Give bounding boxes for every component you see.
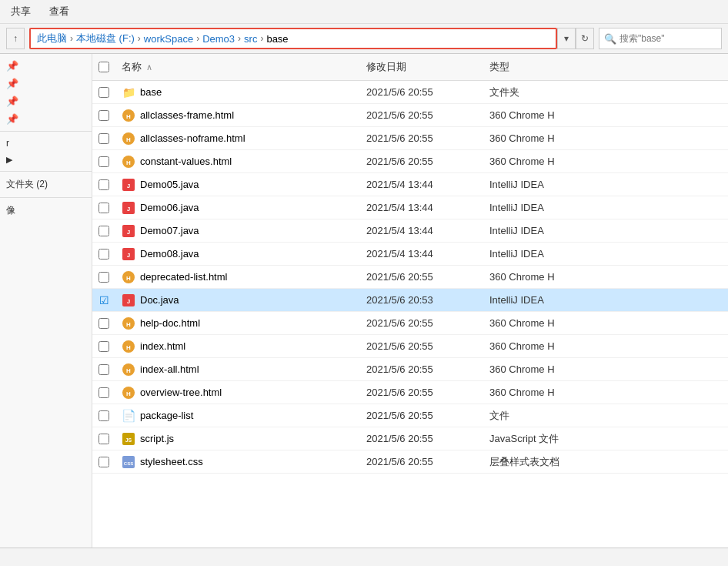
row-checkbox-input[interactable] bbox=[99, 364, 109, 375]
row-date: 2021/5/4 13:44 bbox=[360, 245, 483, 263]
table-row[interactable]: H allclasses-frame.html 2021/5/6 20:55 3… bbox=[92, 104, 728, 127]
table-row[interactable]: 📄 package-list 2021/5/6 20:55 文件 bbox=[92, 404, 728, 427]
row-type: IntelliJ IDEA bbox=[483, 291, 728, 309]
svg-text:H: H bbox=[126, 159, 131, 166]
sidebar-item-r[interactable]: r bbox=[0, 135, 92, 152]
row-checkbox-cell bbox=[92, 430, 115, 447]
row-name-label: allclasses-frame.html bbox=[140, 109, 234, 121]
search-box[interactable]: 🔍 bbox=[599, 28, 722, 49]
row-checkbox-input[interactable] bbox=[99, 110, 109, 121]
address-refresh-button[interactable]: ↻ bbox=[576, 28, 594, 49]
search-icon: 🔍 bbox=[604, 33, 616, 45]
breadcrumb-sep-2: › bbox=[138, 33, 141, 44]
row-checkbox-input[interactable] bbox=[99, 156, 109, 167]
row-name-label: index-all.html bbox=[140, 363, 199, 375]
row-name-label: Demo05.java bbox=[140, 179, 199, 190]
sidebar-item-2[interactable]: 📌 bbox=[0, 75, 92, 92]
breadcrumb-item-drive[interactable]: 本地磁盘 (F:) bbox=[76, 32, 135, 45]
table-row[interactable]: H help-doc.html 2021/5/6 20:55 360 Chrom… bbox=[92, 312, 728, 335]
table-row[interactable]: H index-all.html 2021/5/6 20:55 360 Chro… bbox=[92, 358, 728, 381]
row-checkbox-input[interactable] bbox=[99, 133, 109, 144]
table-row[interactable]: H constant-values.html 2021/5/6 20:55 36… bbox=[92, 150, 728, 173]
row-name: CSS stylesheet.css bbox=[115, 452, 360, 472]
row-checkbox-input[interactable] bbox=[99, 410, 109, 421]
row-type: IntelliJ IDEA bbox=[483, 199, 728, 216]
row-name: 📁 base bbox=[115, 82, 360, 102]
row-checkbox-cell bbox=[92, 246, 115, 263]
java-icon: J bbox=[122, 247, 135, 261]
table-row[interactable]: H overview-tree.html 2021/5/6 20:55 360 … bbox=[92, 381, 728, 404]
row-checkbox-input[interactable] bbox=[99, 341, 109, 352]
header-checkbox-input[interactable] bbox=[99, 62, 109, 72]
header-date[interactable]: 修改日期 bbox=[360, 57, 483, 77]
share-button[interactable]: 共享 bbox=[6, 3, 35, 20]
svg-text:H: H bbox=[126, 136, 131, 143]
html-icon: H bbox=[122, 270, 135, 284]
sidebar-divider-2 bbox=[0, 171, 92, 172]
pin-icon-3: 📌 bbox=[6, 95, 18, 107]
row-date: 2021/5/6 20:55 bbox=[360, 383, 483, 401]
header-checkbox[interactable] bbox=[92, 59, 115, 75]
breadcrumb-item-computer[interactable]: 此电脑 bbox=[37, 32, 67, 45]
row-checkbox-input[interactable] bbox=[99, 203, 109, 213]
breadcrumb-item-workspace[interactable]: workSpace bbox=[144, 33, 193, 45]
nav-up-button[interactable]: ↑ bbox=[6, 28, 25, 49]
breadcrumb-item-demo3[interactable]: Demo3 bbox=[202, 33, 235, 45]
sidebar-item-4[interactable]: 📌 bbox=[0, 110, 92, 128]
table-row[interactable]: CSS stylesheet.css 2021/5/6 20:55 层叠样式表文… bbox=[92, 450, 728, 474]
table-row[interactable]: H index.html 2021/5/6 20:55 360 Chrome H bbox=[92, 335, 728, 358]
breadcrumb-item-base[interactable]: base bbox=[266, 33, 288, 45]
row-type: 360 Chrome H bbox=[483, 106, 728, 124]
html-icon: H bbox=[122, 363, 135, 377]
table-row[interactable]: H deprecated-list.html 2021/5/6 20:55 36… bbox=[92, 266, 728, 289]
row-checkbox-cell bbox=[92, 130, 115, 147]
row-name: H allclasses-frame.html bbox=[115, 105, 360, 126]
header-name-sort[interactable]: ∧ bbox=[143, 62, 155, 72]
header-name[interactable]: 名称 ∧ bbox=[115, 57, 360, 77]
row-name: H help-doc.html bbox=[115, 313, 360, 333]
header-date-label: 修改日期 bbox=[366, 60, 406, 74]
view-button[interactable]: 查看 bbox=[45, 3, 74, 20]
header-type[interactable]: 类型 bbox=[483, 57, 728, 77]
row-checkbox-input[interactable] bbox=[99, 318, 109, 329]
table-row[interactable]: J Demo07.java 2021/5/4 13:44 IntelliJ ID… bbox=[92, 219, 728, 243]
row-checkbox-input[interactable] bbox=[99, 179, 109, 190]
breadcrumb-item-src[interactable]: src bbox=[244, 33, 257, 45]
svg-text:J: J bbox=[127, 252, 130, 259]
row-type: 360 Chrome H bbox=[483, 129, 728, 147]
css-icon: CSS bbox=[122, 455, 135, 469]
row-name: H overview-tree.html bbox=[115, 383, 360, 403]
table-row[interactable]: H allclasses-noframe.html 2021/5/6 20:55… bbox=[92, 127, 728, 150]
row-checkbox-input[interactable] bbox=[99, 434, 109, 444]
row-checkbox-input[interactable] bbox=[99, 387, 109, 398]
sidebar-item-1[interactable]: 📌 bbox=[0, 57, 92, 75]
table-row[interactable]: J Demo05.java 2021/5/4 13:44 IntelliJ ID… bbox=[92, 173, 728, 196]
row-name-label: deprecated-list.html bbox=[140, 271, 227, 283]
row-checkbox-cell bbox=[92, 315, 115, 332]
row-checkbox-input[interactable] bbox=[99, 457, 109, 467]
html-icon: H bbox=[122, 386, 135, 400]
table-row[interactable]: 📁 base 2021/5/6 20:55 文件夹 bbox=[92, 81, 728, 104]
row-name: H index-all.html bbox=[115, 360, 360, 380]
row-type: IntelliJ IDEA bbox=[483, 222, 728, 239]
svg-text:J: J bbox=[127, 229, 130, 236]
table-row[interactable]: J Demo08.java 2021/5/4 13:44 IntelliJ ID… bbox=[92, 243, 728, 266]
address-dropdown-button[interactable]: ▾ bbox=[557, 28, 576, 49]
address-bar-box[interactable]: 此电脑 › 本地磁盘 (F:) › workSpace › Demo3 › sr… bbox=[29, 28, 557, 49]
row-checkbox-input[interactable] bbox=[99, 272, 109, 283]
row-checkbox-input[interactable] bbox=[99, 87, 109, 98]
table-row[interactable]: JS script.js 2021/5/6 20:55 JavaScript 文… bbox=[92, 427, 728, 450]
row-checkbox-cell: ☑ bbox=[92, 291, 115, 310]
row-date: 2021/5/6 20:55 bbox=[360, 430, 483, 447]
table-row[interactable]: ☑ J Doc.java 2021/5/6 20:53 IntelliJ IDE… bbox=[92, 289, 728, 312]
row-checkbox-input[interactable] bbox=[99, 226, 109, 236]
table-row[interactable]: J Demo06.java 2021/5/4 13:44 IntelliJ ID… bbox=[92, 196, 728, 219]
row-name: H index.html bbox=[115, 337, 360, 357]
sidebar-item-3[interactable]: 📌 bbox=[0, 92, 92, 110]
sidebar-item-arrow[interactable]: ▶ bbox=[0, 152, 92, 168]
search-input[interactable] bbox=[619, 33, 712, 44]
row-checkbox-input[interactable] bbox=[99, 249, 109, 260]
row-type: 360 Chrome H bbox=[483, 360, 728, 378]
row-name: JS script.js bbox=[115, 429, 360, 449]
row-checkbox-cell bbox=[92, 223, 115, 239]
